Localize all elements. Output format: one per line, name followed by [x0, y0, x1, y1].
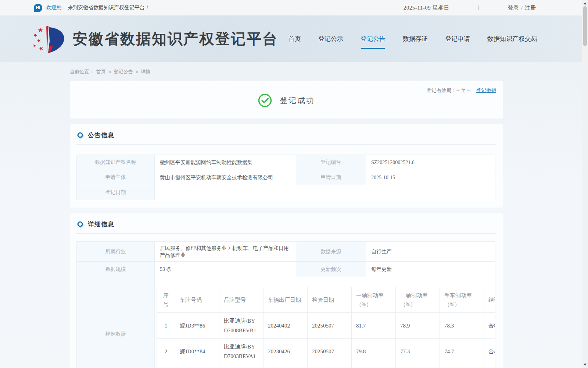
detail-table: 所属行业 居民服务、修理和其他服务业 > 机动车、电子产品和日用产品修理业 数据…	[76, 241, 495, 368]
sample-cell	[219, 364, 263, 368]
breadcrumb-announcement[interactable]: 登记公告	[114, 68, 133, 75]
topbar-right: 2025-11-09 星期日 | 登录 / 注册	[404, 4, 536, 11]
scroll-down-arrow-icon[interactable]	[584, 364, 587, 366]
welcome-highlight: 欢迎您，	[46, 4, 67, 11]
success-message: 登记成功	[280, 95, 315, 106]
breadcrumb-prefix: 当前位置：	[70, 68, 94, 75]
breadcrumb-home[interactable]: 首页	[96, 68, 106, 75]
detail-section-title: 详细信息	[88, 220, 114, 229]
divider	[76, 233, 496, 234]
sample-cell: 20250507	[308, 339, 352, 364]
sample-cell	[157, 364, 175, 368]
sample-col-header: 结论	[484, 287, 495, 313]
vertical-scrollbar[interactable]	[582, 0, 588, 368]
site-title: 安徽省数据知识产权登记平台	[73, 30, 278, 47]
sample-cell: 合格	[484, 339, 495, 364]
nav-home[interactable]: 首页	[288, 35, 301, 43]
section-bullet-icon	[77, 132, 84, 139]
sample-cell: 2	[157, 339, 175, 364]
main-nav: 首页 登记公示 登记公告 数据存证 登记申请 数据知识产权交易	[288, 15, 537, 62]
sample-cell: 78.9	[396, 313, 440, 339]
sample-cell	[263, 364, 308, 368]
registration-status-card: 登记有效期： -- 至 -- 登记撤销 登记成功	[70, 81, 503, 118]
field-value: 自行生产	[366, 242, 495, 262]
sample-col-header: 检验日期	[308, 287, 352, 313]
breadcrumb: 当前位置： 首页 > 登记公告 > 详情	[70, 68, 150, 75]
nav-data-deposit[interactable]: 数据存证	[403, 35, 428, 43]
field-label: 数据知识产权名称	[77, 155, 155, 170]
field-label: 申请日期	[296, 170, 366, 185]
page: Hi 欢迎您， 来到安徽省数据知识产权登记平台！ 2025-11-09 星期日 …	[0, 0, 588, 368]
field-value: 每年更新	[366, 262, 495, 277]
success-banner: 登记成功	[70, 93, 503, 108]
sample-cell: 78.3	[440, 313, 484, 339]
sample-cell: 皖JD0**84	[175, 339, 219, 364]
scrollbar-thumb[interactable]	[583, 6, 587, 46]
sample-col-header: 序号	[157, 287, 175, 313]
sample-cell: 77.3	[396, 339, 440, 364]
announcement-info-card: 公告信息 数据知识产权名称 徽州区平安新能源网约车制动性能数据集 登记编号 SZ…	[70, 124, 503, 208]
announcement-section-title: 公告信息	[88, 131, 114, 139]
field-label: 登记编号	[296, 155, 366, 170]
field-value: 53 条	[155, 262, 296, 277]
field-value: 居民服务、修理和其他服务业 > 机动车、电子产品和日用产品修理业	[155, 242, 296, 262]
field-value: 黄山市徽州区平安机动车辆安全技术检测有限公司	[155, 170, 296, 185]
welcome-text: 来到安徽省数据知识产权登记平台！	[68, 4, 150, 11]
field-value: 2025-10-15	[366, 170, 495, 185]
sample-cell: 1	[157, 313, 175, 339]
announcement-table: 数据知识产权名称 徽州区平安新能源网约车制动性能数据集 登记编号 SZ20251…	[76, 155, 495, 200]
sample-col-header: 车牌号码	[175, 287, 219, 313]
sample-cell: 20240402	[263, 313, 308, 339]
nav-data-ip-trade[interactable]: 数据知识产权交易	[487, 35, 537, 43]
sample-col-header: 二轴制动率（%）	[396, 287, 440, 313]
field-label: 申请主体	[77, 170, 155, 185]
section-bullet-icon	[77, 221, 84, 228]
sample-cell: 81.7	[352, 313, 396, 339]
breadcrumb-detail: 详情	[141, 68, 150, 75]
sample-cell: 79.8	[352, 339, 396, 364]
nav-registration-announcement[interactable]: 登记公告	[361, 35, 386, 43]
breadcrumb-sep: >	[136, 69, 139, 75]
main-content: 当前位置： 首页 > 登记公告 > 详情 登记有效期： -- 至 -- 登记撤销…	[0, 62, 588, 368]
sample-cell: 比亚迪牌/BYD7003BEVA1	[219, 339, 263, 364]
field-label: 登记日期	[77, 185, 155, 200]
detail-info-card: 详细信息 所属行业 居民服务、修理和其他服务业 > 机动车、电子产品和日用产品修…	[70, 213, 503, 368]
sample-cell	[396, 364, 440, 368]
site-header: 安徽省数据知识产权登记平台 首页 登记公示 登记公告 数据存证 登记申请 数据知…	[0, 15, 588, 62]
sample-cell: 皖JD3**86	[175, 313, 219, 339]
field-value: SZ2025120002521.6	[366, 155, 495, 170]
breadcrumb-sep: >	[108, 69, 111, 75]
sample-cell: 合格	[484, 313, 495, 339]
sample-data-label: 样例数据	[77, 277, 155, 368]
sample-col-header: 品牌型号	[219, 287, 263, 313]
date-text: 2025-11-09 星期日	[404, 4, 449, 11]
sample-cell	[352, 364, 396, 368]
hi-badge-icon: Hi	[34, 4, 42, 12]
nav-registration-apply[interactable]: 登记申请	[445, 35, 470, 43]
field-label: 数据规模	[77, 262, 155, 277]
detail-section-head: 详细信息	[77, 220, 114, 229]
success-check-icon	[258, 93, 272, 108]
scroll-up-arrow-icon[interactable]	[584, 2, 587, 4]
sample-cell	[308, 364, 352, 368]
sample-cell: 20230426	[263, 339, 308, 364]
sample-data-cell: 序号 车牌号码 品牌型号 车辆出厂日期 检验日期 一轴制动率（%） 二轴制动率（…	[155, 277, 495, 368]
nav-registration-publicity[interactable]: 登记公示	[318, 35, 343, 43]
register-link[interactable]: 注册	[525, 4, 536, 11]
sample-col-header: 一轴制动率（%）	[352, 287, 396, 313]
sample-cell: 比亚迪牌/BYD7008BEVB1	[219, 313, 263, 339]
sample-data-table: 序号 车牌号码 品牌型号 车辆出厂日期 检验日期 一轴制动率（%） 二轴制动率（…	[157, 287, 495, 368]
sample-cell: 74.7	[440, 339, 484, 364]
sample-cell	[175, 364, 219, 368]
sample-cell	[484, 364, 495, 368]
field-label: 所属行业	[77, 242, 155, 262]
divider	[76, 144, 496, 145]
field-value: --	[155, 185, 495, 200]
topbar-separator: |	[478, 5, 479, 11]
sample-col-header: 车辆出厂日期	[263, 287, 308, 313]
site-logo-icon	[32, 24, 72, 55]
announcement-section-head: 公告信息	[77, 131, 114, 139]
field-label: 数据来源	[296, 242, 366, 262]
login-link[interactable]: 登录	[508, 4, 519, 11]
field-label: 更新频次	[296, 262, 366, 277]
